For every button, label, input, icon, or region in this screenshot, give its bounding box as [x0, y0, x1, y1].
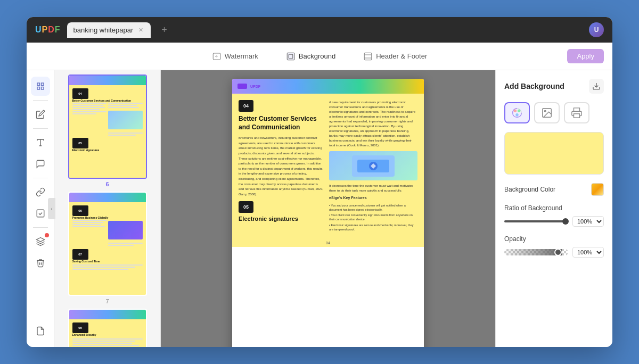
doc-feature-2: • Your client can conveniently sign docu…: [329, 213, 417, 222]
apply-button[interactable]: Apply: [567, 49, 604, 63]
opacity-value: 100% 75% 50%: [572, 247, 604, 258]
thumbnails-panel: 04 Better Customer Services and Communic…: [54, 70, 161, 347]
ratio-slider[interactable]: [504, 220, 568, 222]
tool-divider-3: [33, 178, 48, 178]
avatar[interactable]: U: [589, 22, 604, 37]
opacity-label: Opacity: [504, 235, 604, 243]
sign-tool[interactable]: [31, 204, 50, 223]
print-type-tab[interactable]: [564, 102, 589, 123]
thumbnail-7[interactable]: 06 Promotes Business Globally: [59, 192, 156, 304]
text-tool[interactable]: [31, 133, 50, 152]
doc-right: A new requirement for customers promotin…: [329, 100, 417, 233]
color-tab-icon: [511, 107, 523, 119]
svg-point-17: [515, 113, 519, 117]
thumb-tag-04: 04: [72, 88, 88, 99]
svg-rect-8: [37, 210, 44, 217]
doc-section-num-05: 05: [239, 201, 253, 213]
thumb-header-8: [69, 310, 146, 319]
thumbnail-num-6: 6: [105, 181, 109, 187]
thumb-tag-07: 07: [72, 249, 88, 260]
watermark-icon: [212, 52, 222, 61]
ratio-control: 100% 75% 50%: [504, 216, 604, 227]
type-tabs: [504, 102, 604, 123]
svg-rect-6: [37, 87, 40, 90]
thumbnail-page-6: 04 Better Customer Services and Communic…: [68, 75, 147, 179]
thumbnail-6[interactable]: 04 Better Customer Services and Communic…: [59, 75, 156, 187]
document-page: UPDF 04 Better Customer Services and Com…: [232, 79, 424, 347]
avatar-initials: U: [594, 26, 599, 34]
color-preview: [504, 132, 604, 175]
watermark-tool[interactable]: Watermark: [207, 48, 264, 64]
doc-header: UPDF: [232, 79, 424, 94]
panel-download-btn[interactable]: [589, 79, 604, 94]
app-window: UPDF banking whitepapar ✕ + U Watermark: [27, 17, 612, 347]
thumbnails-wrapper: ‹ 04 Better Customer Services and Commun…: [54, 70, 161, 347]
background-icon: [286, 52, 296, 61]
badge: [45, 233, 49, 237]
sign-icon: [36, 209, 45, 218]
svg-rect-1: [287, 53, 294, 60]
toolbar: Watermark Background Header & Footer App…: [27, 43, 612, 70]
doc-section-num-04: 04: [239, 100, 253, 112]
tool-divider-2: [33, 128, 48, 129]
thumb-header-6: [69, 76, 146, 85]
doc-feature-1: • You and your concerned customer will g…: [329, 203, 417, 212]
thumbnail-page-8: 08 Enhanced Security: [68, 309, 147, 347]
doc-section-title-05: Electronic signatures: [239, 215, 324, 222]
right-panel: Add Background: [495, 70, 612, 347]
svg-marker-9: [36, 238, 44, 242]
edit-tool[interactable]: [31, 105, 50, 124]
doc-body: 04 Better Customer Services and Communic…: [232, 94, 424, 239]
panel-header: Add Background: [504, 79, 604, 94]
tab-close-icon[interactable]: ✕: [137, 26, 144, 35]
image-tab-icon: [541, 107, 553, 119]
doc-section-body-04: Brochures and newsletters, including cus…: [239, 136, 324, 197]
link-tool[interactable]: [31, 183, 50, 202]
select-icon: [36, 81, 45, 91]
color-row: Background Color: [504, 183, 604, 196]
comment-tool[interactable]: [31, 154, 50, 173]
image-type-tab[interactable]: [534, 102, 560, 123]
background-tool[interactable]: Background: [281, 48, 341, 64]
thumb-tag-05: 05: [72, 138, 88, 148]
app-logo: UPDF: [35, 25, 61, 35]
thumb-title-08: Enhanced Security: [72, 333, 143, 337]
thumbnail-8[interactable]: 08 Enhanced Security: [59, 309, 156, 347]
collapse-handle[interactable]: ‹: [48, 198, 55, 219]
doc-left: 04 Better Customer Services and Communic…: [239, 100, 324, 233]
pages-icon: [36, 326, 45, 336]
select-tool[interactable]: [31, 77, 50, 96]
doc-image: [329, 151, 417, 180]
new-tab-button[interactable]: +: [157, 23, 171, 37]
document-tab[interactable]: banking whitepapar ✕: [67, 22, 151, 38]
download-icon: [592, 82, 601, 90]
header-footer-label: Header & Footer: [376, 52, 427, 60]
header-footer-icon: [363, 52, 373, 61]
tool-divider-1: [33, 100, 48, 101]
header-footer-tool[interactable]: Header & Footer: [358, 48, 432, 64]
panel-title: Add Background: [504, 82, 564, 90]
svg-rect-5: [41, 83, 44, 86]
opacity-select[interactable]: 100% 75% 50%: [572, 247, 604, 258]
title-bar: UPDF banking whitepapar ✕ + U: [27, 17, 612, 43]
trash-icon: [36, 258, 45, 268]
color-swatch[interactable]: [591, 183, 604, 196]
layers-tool[interactable]: [31, 232, 50, 251]
background-label: Background: [299, 52, 335, 60]
svg-rect-20: [574, 114, 580, 118]
trash-tool[interactable]: [31, 253, 50, 272]
thumb-image-04: [108, 111, 143, 129]
ratio-setting: Ratio of Background 100% 75% 50%: [504, 204, 604, 227]
layers-icon: [36, 237, 45, 246]
thumb-tag-08: 08: [72, 322, 88, 333]
text-icon: [36, 138, 45, 147]
svg-point-19: [544, 110, 546, 112]
color-type-tab[interactable]: [504, 102, 530, 123]
thumb-tag-06: 06: [72, 205, 88, 216]
ratio-select[interactable]: 100% 75% 50%: [572, 216, 604, 227]
svg-rect-4: [37, 83, 40, 86]
thumb-col-layout: [72, 103, 143, 136]
thumb-title-05: Electronic signatures: [72, 148, 143, 152]
pages-tool[interactable]: [31, 321, 50, 341]
opacity-slider[interactable]: [504, 249, 568, 255]
